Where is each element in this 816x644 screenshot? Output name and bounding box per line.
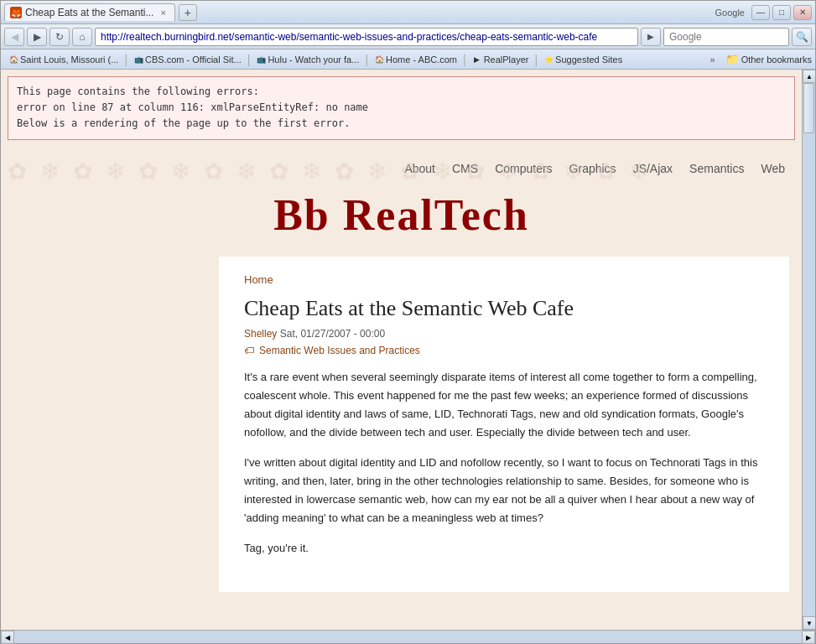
- bookmark-divider: |: [247, 53, 251, 66]
- refresh-button[interactable]: ↻: [49, 28, 70, 46]
- article-paragraph-3: Tag, you're it.: [244, 539, 764, 558]
- search-icon[interactable]: 🔍: [792, 28, 812, 46]
- main-area: This page contains the following errors:…: [1, 70, 815, 630]
- bookmark-divider: |: [365, 53, 368, 66]
- bookmark-icon: ⭐: [543, 55, 554, 65]
- breadcrumb[interactable]: Home: [244, 273, 273, 286]
- article-meta: Shelley Sat, 01/27/2007 - 00:00: [244, 328, 764, 340]
- snowflake-icon: ✿: [465, 158, 485, 185]
- page-header: ✿ ❄ ✿ ❄ ✿ ❄ ✿ ❄ ✿ ❄ ✿ ❄ ✿ ❄ ✿ ❄ ✿: [1, 147, 802, 257]
- scrollbar-track[interactable]: [803, 83, 815, 616]
- error-box: This page contains the following errors:…: [8, 76, 795, 140]
- snowflake-icon: ✿: [138, 158, 158, 185]
- title-bar: Cheap Eats at the Semanti... × + Google …: [1, 1, 815, 24]
- bookmark-divider: |: [463, 53, 466, 66]
- vertical-scrollbar: ▲ ▼: [802, 70, 815, 630]
- bookmark-item[interactable]: 🏠 Saint Louis, Missouri (...: [4, 53, 122, 66]
- snowflake-icon: ✿: [269, 158, 288, 185]
- bookmark-item[interactable]: 📺 CBS.com - Official Sit...: [129, 53, 246, 66]
- tab-close-button[interactable]: ×: [160, 8, 165, 18]
- article-date: Sat, 01/27/2007 - 00:00: [280, 328, 385, 340]
- tab-favicon: [10, 7, 22, 18]
- snowflake-icon: ❄: [171, 158, 190, 185]
- folder-icon: 📁: [725, 53, 739, 65]
- article-paragraph-1: It's a rare event when several seemingly…: [244, 368, 764, 442]
- snowflake-icon: ✿: [204, 158, 223, 185]
- tabs-area: Cheap Eats at the Semanti... × +: [4, 3, 197, 21]
- forward-button[interactable]: ▶: [27, 28, 47, 46]
- bookmark-label: Saint Louis, Missouri (...: [20, 55, 118, 65]
- tag-icon: 🏷: [244, 345, 254, 356]
- bookmark-label: Hulu - Watch your fa...: [268, 55, 359, 65]
- navigation-bar: ◀ ▶ ↻ ⌂ ▶ 🔍: [1, 24, 815, 49]
- bookmark-icon: ▶: [472, 55, 482, 65]
- h-scrollbar-track[interactable]: [14, 631, 802, 643]
- error-line2: error on line 87 at column 116: xmlParse…: [17, 100, 786, 116]
- snowflake-icon: ❄: [236, 158, 256, 185]
- tag-row: 🏷 Semantic Web Issues and Practices: [244, 345, 764, 356]
- snowflake-icon: ✿: [335, 158, 354, 185]
- bookmark-icon: 🏠: [374, 55, 384, 65]
- go-button[interactable]: ▶: [641, 28, 661, 46]
- close-button[interactable]: ✕: [793, 5, 812, 20]
- article-body: It's a rare event when several seemingly…: [244, 368, 764, 558]
- scrollbar-thumb[interactable]: [803, 83, 814, 133]
- bookmark-label: CBS.com - Official Sit...: [145, 55, 242, 65]
- snowflake-icon: ✿: [400, 158, 419, 185]
- bookmark-item[interactable]: ▶ RealPlayer: [468, 53, 533, 66]
- snowflake-icon: ✿: [73, 158, 92, 185]
- snowflake-icon: ✿: [8, 158, 27, 185]
- snowflake-icon: ❄: [40, 158, 60, 185]
- scroll-left-button[interactable]: ◀: [1, 631, 14, 644]
- snowflake-icon: ❄: [106, 158, 125, 185]
- snowflake-icon: ❄: [367, 158, 387, 185]
- bookmark-item[interactable]: 📺 Hulu - Watch your fa...: [252, 53, 363, 66]
- bookmark-label: RealPlayer: [484, 55, 529, 65]
- other-bookmarks-label: Other bookmarks: [741, 55, 812, 65]
- scroll-up-button[interactable]: ▲: [803, 70, 815, 83]
- bookmark-item[interactable]: 🏠 Home - ABC.com: [370, 53, 461, 66]
- home-button[interactable]: ⌂: [72, 28, 92, 46]
- article-paragraph-2: I've written about digital identity and …: [244, 454, 764, 527]
- article-wrapper: Home Cheap Eats at the Semantic Web Cafe…: [1, 257, 802, 609]
- bookmarks-bar: 🏠 Saint Louis, Missouri (... | 📺 CBS.com…: [1, 49, 815, 70]
- article-content: Home Cheap Eats at the Semantic Web Cafe…: [219, 257, 789, 592]
- active-tab[interactable]: Cheap Eats at the Semanti... ×: [4, 3, 175, 21]
- minimize-button[interactable]: —: [751, 5, 770, 20]
- more-bookmarks-button[interactable]: »: [707, 53, 719, 66]
- new-tab-button[interactable]: +: [179, 4, 197, 21]
- snowflake-icon: ❄: [302, 158, 321, 185]
- snowflake-icon: ❄: [564, 158, 583, 185]
- site-title: Bb RealTech: [1, 190, 802, 240]
- snowflake-icon: ❄: [629, 158, 648, 185]
- horizontal-scrollbar: ◀ ▶: [1, 630, 815, 643]
- article-title: Cheap Eats at the Semantic Web Cafe: [244, 296, 764, 321]
- other-bookmarks[interactable]: 📁 Other bookmarks: [725, 53, 812, 65]
- back-button[interactable]: ◀: [4, 28, 24, 46]
- window-controls: — □ ✕: [751, 5, 812, 20]
- error-line3: Below is a rendering of the page up to t…: [17, 116, 786, 132]
- search-bar[interactable]: [663, 28, 789, 46]
- bookmark-divider: |: [124, 53, 127, 66]
- scroll-down-button[interactable]: ▼: [803, 616, 815, 630]
- bookmark-icon: 📺: [256, 55, 266, 65]
- bookmark-divider: |: [534, 53, 538, 66]
- address-bar[interactable]: [95, 28, 638, 46]
- snowflake-icon: ✿: [531, 158, 550, 185]
- search-engine-label: Google: [197, 8, 751, 18]
- bookmark-icon: 📺: [133, 55, 143, 65]
- tag-link[interactable]: Semantic Web Issues and Practices: [259, 345, 420, 356]
- bookmark-item[interactable]: ⭐ Suggested Sites: [539, 53, 626, 66]
- error-line1: This page contains the following errors:: [17, 84, 786, 100]
- snowflake-decoration: ✿ ❄ ✿ ❄ ✿ ❄ ✿ ❄ ✿ ❄ ✿ ❄ ✿ ❄ ✿ ❄ ✿: [1, 147, 802, 197]
- page-content: This page contains the following errors:…: [1, 70, 802, 630]
- tab-title: Cheap Eats at the Semanti...: [25, 7, 153, 18]
- maximize-button[interactable]: □: [772, 5, 791, 20]
- snowflake-icon: ❄: [498, 158, 517, 185]
- snowflake-icon: ✿: [596, 158, 616, 185]
- bookmark-label: Home - ABC.com: [386, 55, 457, 65]
- snowflake-icon: ❄: [433, 158, 452, 185]
- article-author[interactable]: Shelley: [244, 328, 277, 340]
- bookmark-label: Suggested Sites: [555, 55, 622, 65]
- scroll-right-button[interactable]: ▶: [802, 631, 815, 644]
